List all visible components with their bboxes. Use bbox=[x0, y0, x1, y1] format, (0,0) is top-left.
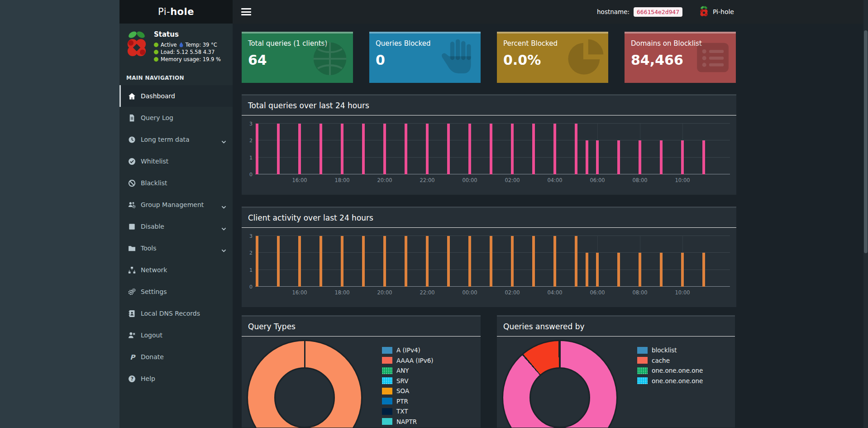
bar bbox=[426, 236, 429, 287]
query-types-donut-chart[interactable] bbox=[247, 340, 362, 428]
x-axis-tick-label: 10:00 bbox=[672, 177, 693, 183]
y-axis-tick-label: 2 bbox=[243, 250, 253, 256]
bar bbox=[277, 236, 280, 287]
bar bbox=[405, 124, 407, 174]
bar bbox=[575, 236, 577, 287]
status-row-active: Active Temp: 39 °C bbox=[154, 41, 221, 48]
sidebar-item-donate[interactable]: PDonate bbox=[119, 346, 233, 368]
sidebar-item-label: Long term data bbox=[141, 136, 190, 143]
legend-swatch bbox=[382, 367, 392, 374]
file-icon bbox=[128, 114, 136, 122]
status-ok-icon bbox=[154, 57, 158, 62]
queries-answered-donut-chart[interactable] bbox=[502, 340, 618, 428]
legend-swatch bbox=[637, 357, 648, 364]
x-axis-tick-label: 22:00 bbox=[417, 177, 438, 183]
sidebar-item-help[interactable]: ?Help bbox=[119, 368, 233, 390]
panel-title: Queries answered by bbox=[497, 317, 735, 337]
sidebar-nav: DashboardQuery LogLong term dataWhitelis… bbox=[119, 85, 233, 390]
sidebar-item-label: Tools bbox=[141, 245, 157, 252]
x-axis-tick-label: 20:00 bbox=[374, 177, 395, 183]
summary-card-domains-on-blocklist: Domains on Blocklist84,466 bbox=[625, 32, 736, 83]
legend-item[interactable]: cache bbox=[637, 356, 703, 366]
status-panel: Status Active Temp: 39 °C Load: 5.12 5.5… bbox=[119, 24, 233, 68]
sidebar-item-label: Settings bbox=[141, 288, 167, 295]
bar bbox=[490, 124, 492, 174]
legend-item[interactable]: ANY bbox=[382, 365, 434, 376]
sidebar-item-label: Blacklist bbox=[141, 179, 167, 187]
sidebar-item-logout[interactable]: Logout bbox=[119, 324, 233, 346]
bar bbox=[575, 124, 577, 174]
status-title: Status bbox=[154, 30, 221, 38]
legend-item[interactable]: SOA bbox=[382, 386, 434, 396]
legend-label: A (IPv4) bbox=[396, 346, 420, 354]
bar bbox=[660, 253, 663, 287]
legend-item[interactable]: A (IPv4) bbox=[382, 345, 434, 356]
y-axis-tick-label: 1 bbox=[243, 267, 253, 273]
status-temp-text: Temp: 39 °C bbox=[186, 41, 217, 48]
hostname-label: hostname: bbox=[597, 8, 630, 15]
y-axis-tick-label: 0 bbox=[243, 284, 253, 290]
status-load-text: Load: 5.12 5.58 4.37 bbox=[161, 48, 215, 56]
legend-item[interactable]: one.one.one.one bbox=[637, 376, 703, 386]
legend-label: PTR bbox=[396, 398, 408, 405]
bar bbox=[586, 140, 588, 174]
chevron-down-icon bbox=[221, 203, 226, 207]
svg-text:?: ? bbox=[131, 376, 134, 382]
svg-text:P: P bbox=[130, 353, 136, 361]
bar bbox=[256, 124, 258, 174]
legend-swatch bbox=[637, 377, 648, 384]
sidebar-item-long-term-data[interactable]: Long term data bbox=[119, 129, 233, 150]
sidebar-item-label: Donate bbox=[141, 353, 164, 361]
scrollbar-thumb[interactable] bbox=[864, 30, 868, 253]
legend-swatch bbox=[382, 347, 392, 354]
navbar-right: hostname: 666154e2d947 Pi-hole bbox=[597, 0, 734, 24]
legend-item[interactable]: blocklist bbox=[637, 345, 703, 356]
legend-item[interactable]: SRV bbox=[382, 376, 434, 386]
legend-item[interactable]: TXT bbox=[382, 406, 434, 417]
sidebar-item-label: Help bbox=[141, 375, 155, 382]
bar bbox=[405, 236, 407, 287]
total-queries-chart[interactable]: 012316:0018:0020:0022:0000:0002:0004:000… bbox=[255, 122, 730, 174]
sidebar-item-whitelist[interactable]: Whitelist bbox=[119, 150, 233, 172]
slice-divider bbox=[559, 341, 561, 367]
main-content: Total queries (1 clients)64Queries Block… bbox=[233, 24, 868, 428]
legend-item[interactable]: PTR bbox=[382, 396, 434, 407]
legend-item[interactable]: one.one.one.one bbox=[637, 365, 703, 376]
sidebar-item-blacklist[interactable]: Blacklist bbox=[119, 172, 233, 194]
sidebar-item-group-management[interactable]: Group Management bbox=[119, 194, 233, 216]
legend-label: SOA bbox=[396, 387, 409, 394]
sidebar-item-local-dns-records[interactable]: Local DNS Records bbox=[119, 303, 233, 324]
bar bbox=[532, 236, 535, 287]
navbar-brand: Pi-hole bbox=[699, 5, 734, 18]
y-gridline bbox=[255, 269, 730, 270]
sidebar-toggle-icon[interactable] bbox=[241, 8, 251, 15]
sidebar-item-dashboard[interactable]: Dashboard bbox=[119, 85, 233, 107]
sidebar-item-query-log[interactable]: Query Log bbox=[119, 107, 233, 129]
bar bbox=[532, 124, 535, 174]
question-circle-icon: ? bbox=[128, 375, 136, 383]
app-logo-prefix: Pi- bbox=[158, 6, 170, 17]
client-activity-chart[interactable]: 012316:0018:0020:0022:0000:0002:0004:000… bbox=[255, 234, 730, 287]
queries-answered-panel: Queries answered by blocklistcacheone.on… bbox=[497, 315, 735, 428]
sidebar-item-tools[interactable]: Tools bbox=[119, 237, 233, 259]
legend-item[interactable]: AAAA (IPv6) bbox=[382, 356, 434, 366]
y-gridline bbox=[255, 123, 730, 124]
bar bbox=[298, 124, 301, 174]
chevron-down-icon bbox=[221, 138, 226, 141]
legend-label: ANY bbox=[396, 367, 409, 374]
status-row-load: Load: 5.12 5.58 4.37 bbox=[154, 48, 221, 56]
bar bbox=[511, 124, 514, 174]
sidebar-item-settings[interactable]: Settings bbox=[119, 281, 233, 303]
sidebar-background-strip bbox=[0, 0, 119, 428]
summary-card-percent-blocked: Percent Blocked0.0% bbox=[497, 32, 608, 83]
ban-icon bbox=[128, 179, 136, 187]
legend-item[interactable]: NAPTR bbox=[382, 417, 434, 427]
sidebar-item-network[interactable]: Network bbox=[119, 259, 233, 281]
bar bbox=[383, 124, 386, 174]
y-gridline bbox=[255, 157, 730, 158]
bar bbox=[702, 140, 705, 174]
hand-icon bbox=[438, 38, 477, 80]
app-logo[interactable]: Pi-hole bbox=[119, 0, 233, 24]
sidebar-item-label: Query Log bbox=[141, 114, 173, 121]
sidebar-item-disable[interactable]: Disable bbox=[119, 216, 233, 237]
